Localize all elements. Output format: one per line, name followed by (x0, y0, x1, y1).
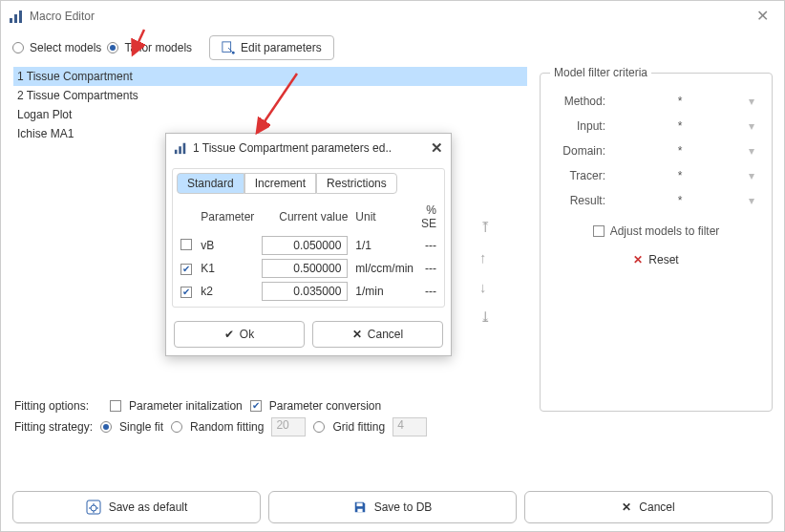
radio-select-models[interactable] (12, 42, 24, 53)
filter-tracer-label: Tracer: (550, 169, 611, 182)
save-default-icon (86, 500, 101, 515)
svg-rect-9 (175, 150, 178, 154)
dialog-tabs: Standard Increment Restrictions (177, 173, 440, 194)
col-unit: Unit (351, 200, 417, 234)
save-db-label: Save to DB (374, 500, 433, 514)
svg-rect-7 (356, 503, 362, 507)
adjust-models-label: Adjust models to filter (610, 224, 720, 238)
save-db-button[interactable]: Save to DB (268, 491, 517, 523)
svg-rect-0 (10, 18, 12, 23)
grid-fitting-input: 4 (392, 417, 427, 436)
col-se: % SE (417, 200, 440, 234)
chevron-down-icon[interactable]: ▾ (749, 119, 762, 133)
model-list-item[interactable]: 2 Tissue Compartments (13, 86, 527, 105)
chevron-down-icon[interactable]: ▾ (749, 144, 762, 158)
model-list-item[interactable]: 1 Tissue Compartment (13, 67, 527, 86)
save-default-button[interactable]: Save as default (12, 491, 261, 523)
move-bottom-icon[interactable]: ⤓ (479, 309, 492, 326)
random-fitting-label: Random fitting (190, 420, 264, 434)
model-list-item[interactable]: Logan Plot (13, 105, 527, 124)
dialog-ok-button[interactable]: ✔ Ok (174, 321, 305, 348)
svg-rect-11 (183, 143, 186, 154)
param-name: vB (197, 234, 258, 257)
param-conv-checkbox[interactable] (250, 400, 262, 412)
filter-domain-label: Domain: (550, 144, 611, 158)
param-init-label: Parameter initalization (129, 399, 243, 413)
param-row: K1 0.500000 ml/ccm/min --- (177, 257, 440, 280)
filter-input-label: Input: (550, 119, 611, 133)
dialog-close-icon[interactable]: ✕ (431, 139, 443, 157)
label-select-models: Select models (30, 41, 101, 54)
filter-input-value[interactable]: * (611, 119, 749, 133)
app-icon (9, 9, 24, 24)
edit-parameters-label: Edit parameters (241, 41, 322, 54)
filter-method-value[interactable]: * (611, 95, 749, 108)
param-enable-checkbox[interactable] (180, 239, 192, 250)
filter-method-label: Method: (550, 95, 611, 108)
tab-restrictions[interactable]: Restrictions (316, 173, 397, 194)
parameters-table: Parameter Current value Unit % SE vB 0.0… (177, 200, 440, 303)
reset-icon[interactable]: ✕ (633, 253, 643, 266)
param-unit: 1/min (351, 280, 417, 303)
move-up-icon[interactable]: ↑ (479, 249, 492, 266)
adjust-models-checkbox[interactable] (593, 225, 605, 237)
dialog-ok-label: Ok (240, 328, 254, 341)
radio-random-fitting[interactable] (171, 421, 182, 433)
cancel-button[interactable]: ✕ Cancel (524, 491, 773, 523)
model-filter-group: Model filter criteria Method:*▾ Input:*▾… (540, 66, 773, 412)
radio-single-fit[interactable] (100, 421, 112, 433)
filter-result-label: Result: (550, 194, 611, 207)
checkmark-icon: ✔ (224, 328, 234, 341)
radio-grid-fitting[interactable] (313, 421, 325, 433)
cancel-icon: ✕ (622, 500, 631, 514)
param-row: vB 0.050000 1/1 --- (177, 234, 440, 257)
tab-increment[interactable]: Increment (244, 173, 316, 194)
svg-point-6 (91, 505, 96, 511)
param-enable-checkbox[interactable] (180, 287, 192, 298)
close-icon: ✕ (352, 328, 362, 341)
param-value-input[interactable]: 0.035000 (262, 282, 348, 301)
reset-label[interactable]: Reset (648, 253, 678, 266)
window-title: Macro Editor (30, 10, 95, 23)
window-close-icon[interactable]: ✕ (749, 3, 776, 29)
param-name: K1 (197, 257, 258, 280)
label-tailor-models: Tailor models (124, 41, 192, 54)
dialog-icon (174, 141, 187, 155)
save-default-label: Save as default (109, 500, 188, 514)
param-enable-checkbox[interactable] (180, 264, 192, 275)
edit-parameters-icon (222, 41, 235, 54)
param-value-input[interactable]: 0.050000 (262, 236, 348, 255)
chevron-down-icon[interactable]: ▾ (749, 95, 762, 108)
svg-rect-2 (19, 11, 22, 23)
radio-tailor-models[interactable] (107, 42, 118, 53)
move-down-icon[interactable]: ↓ (479, 279, 492, 295)
chevron-down-icon[interactable]: ▾ (749, 194, 762, 207)
fitting-options-label: Fitting options: (14, 399, 89, 413)
move-top-icon[interactable]: ⤒ (479, 219, 492, 236)
filter-tracer-value[interactable]: * (611, 169, 749, 182)
tab-standard[interactable]: Standard (177, 173, 244, 194)
edit-parameters-button[interactable]: Edit parameters (209, 35, 334, 60)
cancel-label: Cancel (639, 500, 674, 514)
param-se: --- (417, 280, 440, 303)
random-fitting-input: 20 (271, 417, 306, 436)
param-name: k2 (197, 280, 258, 303)
fitting-strategy-label: Fitting strategy: (14, 420, 93, 434)
dialog-title: 1 Tissue Compartment parameters ed.. (193, 141, 392, 155)
parameters-dialog: 1 Tissue Compartment parameters ed.. ✕ S… (165, 133, 452, 356)
param-unit: ml/ccm/min (351, 257, 417, 280)
param-value-input[interactable]: 0.500000 (262, 259, 348, 278)
col-parameter: Parameter (197, 200, 258, 234)
param-se: --- (417, 257, 440, 280)
svg-rect-1 (14, 14, 17, 23)
param-init-checkbox[interactable] (110, 400, 121, 412)
svg-rect-3 (223, 42, 231, 53)
filter-result-value[interactable]: * (611, 194, 749, 207)
filter-legend: Model filter criteria (550, 66, 651, 79)
param-unit: 1/1 (351, 234, 417, 257)
chevron-down-icon[interactable]: ▾ (749, 169, 762, 182)
filter-domain-value[interactable]: * (611, 144, 749, 158)
svg-rect-10 (179, 146, 181, 154)
dialog-cancel-button[interactable]: ✕ Cancel (312, 321, 443, 348)
col-current-value: Current value (258, 200, 351, 234)
